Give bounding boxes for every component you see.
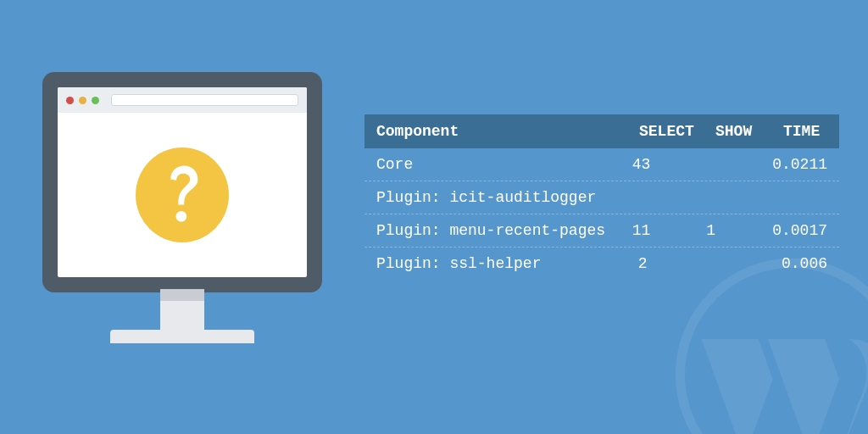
question-mark-icon	[136, 147, 229, 242]
monitor-illustration	[42, 72, 322, 343]
cell-time: 0.0017	[772, 222, 827, 239]
cell-show	[706, 156, 772, 173]
cell-component: Plugin: menu-recent-pages	[376, 222, 632, 239]
url-bar	[111, 94, 298, 106]
cell-time	[783, 189, 827, 206]
col-header-component: Component	[376, 123, 639, 140]
cell-time: 0.006	[782, 255, 827, 272]
monitor-neck-shadow	[160, 289, 204, 301]
col-header-select: SELECT	[639, 123, 715, 140]
table-row: Plugin: ssl-helper 2 0.006	[364, 248, 839, 280]
cell-component: Plugin: icit-auditlogger	[376, 189, 639, 206]
col-header-time: TIME	[783, 123, 827, 140]
svg-point-1	[176, 211, 187, 222]
col-header-show: SHOW	[715, 123, 783, 140]
query-table: Component SELECT SHOW TIME Core 43 0.021…	[364, 114, 839, 280]
browser-chrome	[58, 87, 307, 113]
cell-show	[715, 189, 783, 206]
cell-show: 1	[706, 222, 772, 239]
table-row: Plugin: menu-recent-pages 11 1 0.0017	[364, 214, 839, 248]
monitor-screen	[58, 87, 307, 277]
screen-content	[58, 113, 307, 277]
window-min-icon	[79, 97, 86, 104]
cell-select	[639, 189, 715, 206]
table-row: Core 43 0.0211	[364, 148, 839, 181]
table-row: Plugin: icit-auditlogger	[364, 181, 839, 214]
cell-show	[714, 255, 782, 272]
window-close-icon	[66, 97, 74, 104]
cell-select: 11	[632, 222, 707, 239]
monitor-bezel	[42, 72, 322, 292]
cell-component: Plugin: ssl-helper	[376, 255, 638, 272]
cell-component: Core	[376, 156, 632, 173]
cell-select: 43	[632, 156, 707, 173]
monitor-base	[110, 330, 254, 343]
wordpress-watermark-icon	[673, 256, 868, 434]
cell-select: 2	[638, 255, 715, 272]
cell-time: 0.0211	[772, 156, 827, 173]
window-max-icon	[92, 97, 99, 104]
table-header-row: Component SELECT SHOW TIME	[364, 114, 839, 148]
